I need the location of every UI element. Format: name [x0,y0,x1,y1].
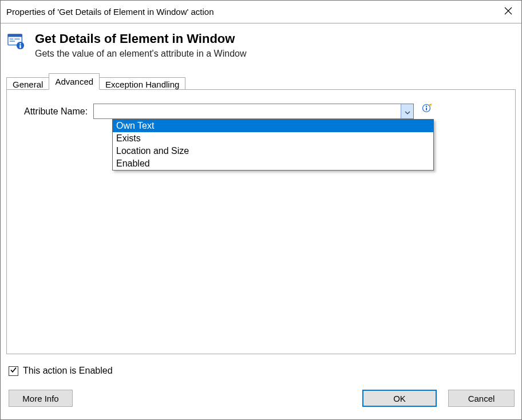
close-icon [504,7,512,17]
attribute-name-help-button[interactable] [422,104,432,114]
svg-rect-6 [19,43,21,44]
enabled-checkbox[interactable] [9,366,18,376]
tab-panel-advanced: Attribute Name: [6,89,516,354]
button-row: More Info OK Cancel [9,390,515,407]
titlebar: Properties of 'Get Details of Element in… [1,1,521,23]
attribute-name-dropdown-list: Own Text Exists Location and Size Enable… [112,119,434,171]
dropdown-item-location-and-size[interactable]: Location and Size [113,145,433,157]
enabled-checkbox-label: This action is Enabled [23,366,113,376]
info-icon [422,103,432,115]
header-text: Get Details of Element in Window Gets th… [35,31,246,59]
dropdown-item-enabled[interactable]: Enabled [113,157,433,170]
svg-rect-2 [10,38,14,39]
attribute-name-label: Attribute Name: [24,106,88,117]
dropdown-item-own-text[interactable]: Own Text [113,120,433,132]
svg-rect-3 [10,41,15,42]
chevron-down-icon [405,106,410,116]
dialog-subtitle: Gets the value of an element's attribute… [35,49,246,59]
dialog-title: Get Details of Element in Window [35,31,246,46]
dialog-header: Get Details of Element in Window Gets th… [1,23,521,69]
dropdown-item-exists[interactable]: Exists [113,132,433,145]
action-icon [6,31,26,50]
attribute-name-dropdown-button[interactable] [401,104,413,118]
svg-rect-4 [14,38,19,39]
checkmark-icon [10,366,17,376]
dialog-body: General Advanced Exception Handling Attr… [1,69,521,419]
tab-advanced[interactable]: Advanced [49,73,100,90]
tabs: General Advanced Exception Handling [6,73,516,89]
right-buttons: OK Cancel [362,390,515,407]
titlebar-text: Properties of 'Get Details of Element in… [6,7,214,17]
dialog-footer: This action is Enabled More Info OK Canc… [6,354,516,414]
svg-rect-10 [426,108,427,110]
ok-button[interactable]: OK [362,390,437,407]
enabled-checkbox-row: This action is Enabled [9,366,515,376]
attribute-name-row: Attribute Name: [24,104,432,119]
attribute-name-combobox[interactable] [93,104,414,119]
svg-rect-1 [8,34,22,37]
close-button[interactable] [495,1,521,23]
dialog-window: Properties of 'Get Details of Element in… [0,0,522,420]
svg-rect-7 [19,45,21,49]
cancel-button[interactable]: Cancel [448,390,515,407]
attribute-name-value [94,104,401,118]
more-info-button[interactable]: More Info [9,390,73,407]
svg-point-9 [426,106,427,107]
